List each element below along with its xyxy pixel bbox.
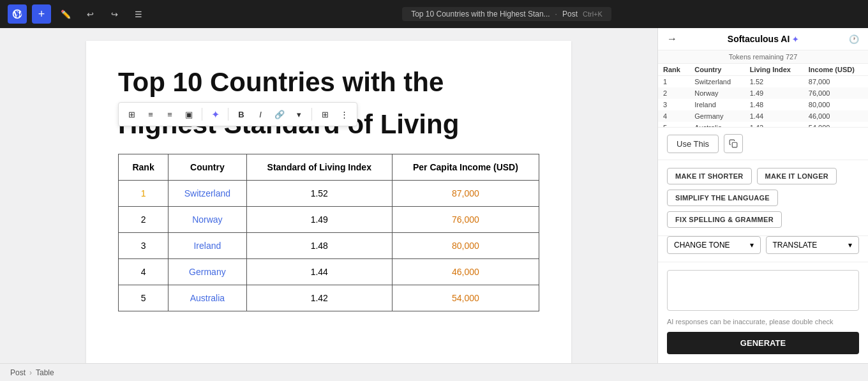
preview-cell: 2 <box>658 87 689 99</box>
cell-rank-2: 2 <box>119 206 168 232</box>
preview-cell: Germany <box>689 110 744 122</box>
edit-icon-button[interactable]: ✏️ <box>56 4 75 24</box>
doc-title-pill[interactable]: Top 10 Countries with the Highest Stan..… <box>402 7 611 21</box>
ai-star-icon[interactable]: ✦ <box>206 105 224 123</box>
preview-col-country: Country <box>689 64 744 76</box>
col-living-header: Standard of Living Index <box>246 154 392 180</box>
cell-country-5: Australia <box>168 285 246 311</box>
panel-title: Softaculous AI ✦ <box>682 34 844 44</box>
preview-table-row: 1Switzerland1.5287,000 <box>658 76 868 88</box>
change-tone-dropdown[interactable]: CHANGE TONE ▾ <box>667 236 761 254</box>
preview-table-wrap: Rank Country Living Index Income (USD) 1… <box>658 64 868 128</box>
more-options-button[interactable]: ⋮ <box>335 105 353 123</box>
col-rank-header: Rank <box>119 154 168 180</box>
preview-cell: 1 <box>658 76 689 88</box>
cell-income-2: 76,000 <box>392 206 539 232</box>
preview-cell: 46,000 <box>804 110 868 122</box>
preview-table-row: 3Ireland1.4880,000 <box>658 99 868 110</box>
cell-rank-5: 5 <box>119 285 168 311</box>
cell-living-1: 1.52 <box>246 180 392 206</box>
preview-cell: 54,000 <box>804 122 868 128</box>
editor-area: Top 10 Countries with the Highest Standa… <box>0 28 657 363</box>
make-shorter-button[interactable]: MAKE IT SHORTER <box>667 168 752 184</box>
preview-cell: 1.48 <box>745 99 804 110</box>
preview-col-rank: Rank <box>658 64 689 76</box>
link-button[interactable]: 🔗 <box>271 105 288 123</box>
cell-income-1: 87,000 <box>392 180 539 206</box>
align-center-icon[interactable]: ≡ <box>161 105 179 123</box>
cell-income-3: 80,000 <box>392 232 539 258</box>
cell-rank-1: 1 <box>119 180 168 206</box>
table-row: 5 Australia 1.42 54,000 <box>119 285 539 311</box>
ai-stars-icon: ✦ <box>792 35 798 44</box>
preview-table-row: 2Norway1.4976,000 <box>658 87 868 99</box>
use-this-container: Use This <box>658 128 868 160</box>
cell-living-3: 1.48 <box>246 232 392 258</box>
preview-cell: 1.52 <box>745 76 804 88</box>
panel-back-arrow[interactable]: → <box>667 33 677 45</box>
link-dropdown-button[interactable]: ▾ <box>290 105 308 123</box>
wordpress-logo[interactable] <box>8 4 27 24</box>
make-longer-button[interactable]: MAKE IT LONGER <box>757 168 837 184</box>
use-this-button[interactable]: Use This <box>667 135 719 153</box>
cell-country-2: Norway <box>168 206 246 232</box>
ai-textarea-wrap <box>658 262 868 318</box>
redo-button[interactable]: ↪ <box>105 4 124 24</box>
preview-col-living: Living Index <box>745 64 804 76</box>
history-icon[interactable]: 🕐 <box>849 34 859 44</box>
preview-cell: Norway <box>689 87 744 99</box>
preview-cell: Ireland <box>689 99 744 110</box>
table-toolbar: ⊞ ≡ ≡ ▣ ✦ B I 🔗 ▾ ⊞ ⋮ <box>118 102 357 126</box>
table-layout-icon[interactable]: ▣ <box>180 105 198 123</box>
action-buttons: MAKE IT SHORTER MAKE IT LONGER SIMPLIFY … <box>658 160 868 236</box>
dot-separator: · <box>555 10 557 19</box>
table-grid-icon[interactable]: ⊞ <box>123 105 140 123</box>
generate-button[interactable]: GENERATE <box>667 332 859 354</box>
preview-cell: Switzerland <box>689 76 744 88</box>
data-table: Rank Country Standard of Living Index Pe… <box>118 154 539 311</box>
cell-country-4: Germany <box>168 258 246 285</box>
ai-prompt-textarea[interactable] <box>667 270 859 311</box>
doc-title-bar: Top 10 Countries with the Highest Stan..… <box>153 7 860 21</box>
translate-dropdown[interactable]: TRANSLATE ▾ <box>766 236 860 254</box>
copy-button[interactable] <box>724 134 743 153</box>
fix-spelling-button[interactable]: FIX SPELLING & GRAMMER <box>667 211 782 228</box>
breadcrumb-post[interactable]: Post <box>10 368 26 377</box>
cell-country-1: Switzerland <box>168 180 246 206</box>
cell-income-4: 46,000 <box>392 258 539 285</box>
svg-rect-1 <box>732 142 737 147</box>
table-insert-button[interactable]: ⊞ <box>316 105 334 123</box>
undo-button[interactable]: ↩ <box>80 4 100 24</box>
preview-header-row: Rank Country Living Index Income (USD) <box>658 64 868 76</box>
italic-button[interactable]: I <box>251 105 269 123</box>
preview-cell: 76,000 <box>804 87 868 99</box>
cell-country-3: Ireland <box>168 232 246 258</box>
preview-cell: 1.49 <box>745 87 804 99</box>
preview-cell: 4 <box>658 110 689 122</box>
toolbar-divider-3 <box>311 108 312 121</box>
table-row: 3 Ireland 1.48 80,000 <box>119 232 539 258</box>
bold-button[interactable]: B <box>232 105 250 123</box>
main-layout: Top 10 Countries with the Highest Standa… <box>0 28 868 363</box>
list-view-button[interactable]: ☰ <box>129 4 148 24</box>
breadcrumb-table: Table <box>36 368 54 377</box>
align-left-icon[interactable]: ≡ <box>142 105 160 123</box>
cell-living-4: 1.44 <box>246 258 392 285</box>
cell-income-5: 54,000 <box>392 285 539 311</box>
preview-cell: 5 <box>658 122 689 128</box>
preview-table: Rank Country Living Index Income (USD) 1… <box>658 64 868 128</box>
preview-cell: 87,000 <box>804 76 868 88</box>
cell-living-5: 1.42 <box>246 285 392 311</box>
preview-col-income: Income (USD) <box>804 64 868 76</box>
col-country-header: Country <box>168 154 246 180</box>
add-block-button[interactable]: + <box>32 4 51 24</box>
cell-rank-3: 3 <box>119 232 168 258</box>
chevron-down-icon-2: ▾ <box>848 241 852 250</box>
right-panel: → Softaculous AI ✦ 🕐 Tokens remaining 72… <box>657 28 868 363</box>
simplify-button[interactable]: SIMPLIFY THE LANGUAGE <box>667 190 778 206</box>
editor-content: Top 10 Countries with the Highest Standa… <box>86 41 571 363</box>
doc-title-text: Top 10 Countries with the Highest Stan..… <box>411 10 550 19</box>
preview-table-row: 5Australia1.4254,000 <box>658 122 868 128</box>
table-row: 4 Germany 1.44 46,000 <box>119 258 539 285</box>
preview-cell: 1.44 <box>745 110 804 122</box>
